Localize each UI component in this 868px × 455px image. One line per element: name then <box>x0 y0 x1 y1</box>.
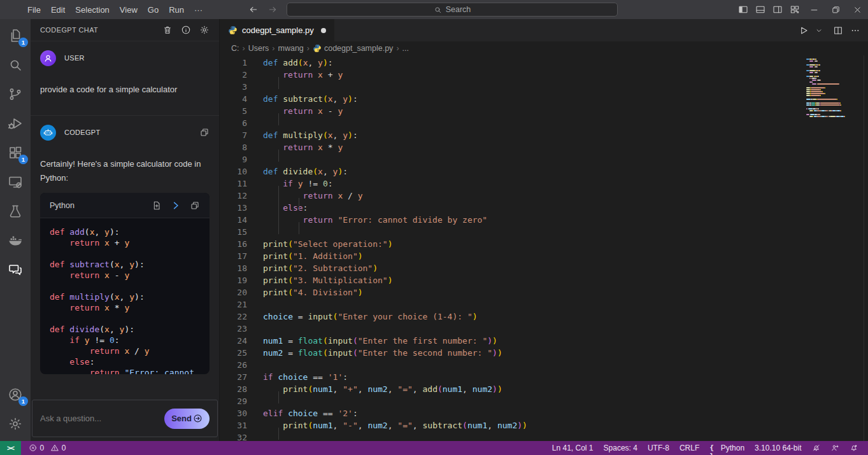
overview-ruler <box>864 55 864 441</box>
line-number: 19 <box>220 274 247 286</box>
status-utf-8[interactable]: UTF-8 <box>643 441 674 455</box>
user-message-text: provide a code for a simple calculator <box>40 83 210 97</box>
minimap[interactable] <box>806 59 858 120</box>
activity-item-testing[interactable] <box>0 197 31 226</box>
split-editor-icon[interactable] <box>830 23 846 38</box>
status-3-10-10-64-bit[interactable]: 3.10.10 64-bit <box>750 441 806 455</box>
minimap-line <box>806 70 858 71</box>
restore-icon[interactable] <box>825 0 846 19</box>
status-bell-icon[interactable] <box>844 441 864 455</box>
layout-sidebar-icon[interactable] <box>734 0 751 19</box>
minimap-line <box>806 101 858 102</box>
play-icon[interactable] <box>796 23 811 38</box>
gear-icon[interactable] <box>199 25 210 35</box>
breadcrumb-item[interactable]: C: <box>231 44 239 53</box>
breadcrumb-item[interactable]: codegpt_sample.py <box>313 44 393 53</box>
menu-edit[interactable]: Edit <box>46 0 70 19</box>
line-number: 2 <box>220 69 247 81</box>
menu-···[interactable]: ··· <box>189 0 208 19</box>
tab-codegpt-sample[interactable]: codegpt_sample.py <box>220 19 334 41</box>
python-icon <box>313 44 322 53</box>
activity-item-run-debug[interactable] <box>0 109 31 138</box>
status-ln-41-col-1[interactable]: Ln 41, Col 1 <box>547 441 599 455</box>
docker-icon <box>8 233 23 248</box>
send-button[interactable]: Send <box>164 409 210 429</box>
copy-response-icon[interactable] <box>199 127 210 137</box>
activity-item-codegpt-chat[interactable] <box>0 255 31 284</box>
ellipsis-icon[interactable] <box>848 23 863 38</box>
activity-item-extensions[interactable]: 1 <box>0 138 31 167</box>
menu-file[interactable]: File <box>22 0 46 19</box>
global-search-box[interactable]: Search <box>287 3 618 17</box>
activity-item-remote-explorer[interactable] <box>0 167 31 197</box>
close-icon[interactable] <box>846 0 868 19</box>
info-icon[interactable] <box>181 25 191 35</box>
trash-icon[interactable] <box>162 25 173 35</box>
copy-icon[interactable] <box>190 200 200 211</box>
breadcrumb-item[interactable]: Users <box>248 44 269 53</box>
status-python[interactable]: { }Python <box>704 441 750 455</box>
code-line: 11if y != 0: <box>220 178 868 190</box>
remote-icon <box>8 174 23 190</box>
history-nav <box>248 4 278 15</box>
breadcrumb-item[interactable]: mwang <box>278 44 304 53</box>
chat-input[interactable]: Ask a question... Send <box>32 400 218 437</box>
line-content: return x - y <box>263 105 343 117</box>
activity-item-settings[interactable] <box>0 409 31 438</box>
layout-panel-icon[interactable] <box>751 0 769 19</box>
badge: 1 <box>18 38 28 47</box>
line-content: print("3. Multiplication") <box>263 274 393 286</box>
minimap-line <box>806 104 858 106</box>
code-block-line <box>50 313 200 324</box>
code-block-line <box>50 248 200 259</box>
status-bell-slash-icon[interactable] <box>807 441 826 455</box>
line-number: 10 <box>220 165 247 178</box>
minimap-line <box>806 93 858 94</box>
minimap-line <box>806 68 858 69</box>
file-plus-icon[interactable] <box>152 200 162 211</box>
bell-slash-icon <box>812 444 821 452</box>
status-0[interactable]: 0 <box>24 441 45 455</box>
minimap-line <box>806 80 858 81</box>
breadcrumb-item[interactable]: ... <box>402 44 409 53</box>
minimap-line <box>806 108 858 109</box>
status-feedback-icon[interactable] <box>825 441 844 455</box>
feedback-icon <box>830 444 839 452</box>
activity-item-account[interactable]: 1 <box>0 380 31 409</box>
back-arrow-icon[interactable] <box>248 4 259 15</box>
assistant-message-block: CODEGPT Certainly! Here's a simple calcu… <box>31 116 219 374</box>
status-crlf[interactable]: CRLF <box>674 441 704 455</box>
code-line: 1def add(x, y): <box>220 57 868 69</box>
line-content: print(num1, "+", num2, "=", add(num1, nu… <box>263 383 502 395</box>
line-number: 8 <box>220 141 247 153</box>
layout-grid-icon[interactable] <box>786 0 803 19</box>
forward-arrow-icon[interactable] <box>267 4 278 15</box>
code-line: 24num1 = float(input("Enter the first nu… <box>220 335 868 347</box>
activity-item-source-control[interactable] <box>0 80 31 109</box>
line-number: 1 <box>220 57 247 69</box>
line-content: choice = input("Enter your choice (1-4):… <box>263 311 478 323</box>
code-line: 14return "Error: cannot divide by zero" <box>220 214 868 226</box>
activity-item-search[interactable] <box>0 50 31 80</box>
layout-sidebar-right-icon[interactable] <box>769 0 786 19</box>
code-line: 23 <box>220 323 868 335</box>
line-number: 14 <box>220 214 247 226</box>
remote-indicator[interactable]: >< <box>0 441 21 455</box>
code-line: 25num2 = float(input("Enter the second n… <box>220 347 868 359</box>
activity-item-docker[interactable] <box>0 226 31 255</box>
minimap-line <box>806 59 858 60</box>
editor-actions <box>796 19 868 41</box>
menu-run[interactable]: Run <box>164 0 189 19</box>
chevron-right-icon[interactable] <box>171 200 181 211</box>
activity-item-explorer[interactable]: 1 <box>0 21 31 50</box>
titlebar: FileEditSelectionViewGoRun··· Search <box>0 0 868 19</box>
menu-go[interactable]: Go <box>143 0 164 19</box>
menu-selection[interactable]: Selection <box>70 0 114 19</box>
minimize-icon[interactable] <box>803 0 825 19</box>
status-0[interactable]: 0 <box>45 441 71 455</box>
chevron-down-icon[interactable] <box>813 23 829 38</box>
code-block-line: return x * y <box>50 302 200 313</box>
menu-view[interactable]: View <box>115 0 143 19</box>
code-editor[interactable]: 1def add(x, y):2return x + y34def subtra… <box>220 55 868 441</box>
status-spaces-4[interactable]: Spaces: 4 <box>599 441 643 455</box>
